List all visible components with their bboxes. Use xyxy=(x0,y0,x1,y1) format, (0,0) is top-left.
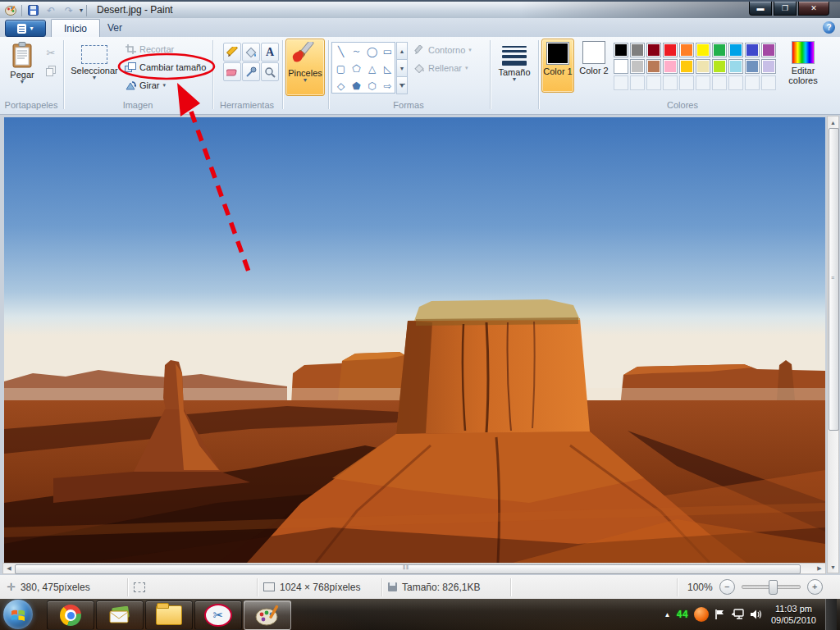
show-desktop-button[interactable] xyxy=(825,599,837,630)
palette-swatch[interactable] xyxy=(630,43,645,57)
shape-triangle-icon[interactable]: △ xyxy=(364,60,380,77)
taskbar-paint-button[interactable] xyxy=(244,600,291,630)
shape-oval-icon[interactable]: ◯ xyxy=(364,43,380,60)
palette-empty-slot[interactable] xyxy=(712,75,727,90)
minimize-button[interactable]: ▬ xyxy=(749,2,772,16)
horizontal-scrollbar[interactable]: ◀ ⦀⦀ ▶ xyxy=(2,563,826,574)
palette-empty-slot[interactable] xyxy=(728,75,743,90)
crop-button[interactable]: Recortar xyxy=(126,44,174,54)
color2-button[interactable]: Color 2 xyxy=(578,39,610,93)
palette-swatch[interactable] xyxy=(761,43,776,57)
shape-diamond-icon[interactable]: ◇ xyxy=(333,77,349,94)
edit-colors-button[interactable]: Editar colores xyxy=(781,39,825,94)
shape-right-triangle-icon[interactable]: ◺ xyxy=(380,60,395,77)
taskbar-chrome-button[interactable] xyxy=(47,600,94,630)
shape-rounded-rectangle-icon[interactable]: ▢ xyxy=(333,60,349,77)
palette-swatch[interactable] xyxy=(712,59,727,74)
show-hidden-icons-button[interactable]: ▲ xyxy=(664,611,671,619)
palette-swatch[interactable] xyxy=(728,59,743,74)
palette-swatch[interactable] xyxy=(761,59,776,74)
save-button[interactable] xyxy=(25,4,40,17)
palette-swatch[interactable] xyxy=(663,59,678,74)
vertical-scroll-thumb[interactable]: ≡ xyxy=(829,128,839,431)
magnifier-tool-button[interactable] xyxy=(261,62,279,81)
redo-button[interactable]: ↷ xyxy=(62,4,76,17)
color1-button[interactable]: Color 1 xyxy=(541,39,574,93)
palette-swatch[interactable] xyxy=(630,59,645,74)
palette-swatch[interactable] xyxy=(696,43,710,57)
qat-customize-chevron[interactable]: ▾ xyxy=(80,7,83,14)
resize-button[interactable]: Cambiar tamaño xyxy=(125,62,206,72)
eraser-tool-button[interactable] xyxy=(223,62,241,81)
palette-swatch[interactable] xyxy=(646,59,661,74)
taskbar-mail-button[interactable] xyxy=(96,600,144,630)
taskbar-snipping-tool-button[interactable]: ✂ xyxy=(194,600,242,630)
outline-button[interactable]: Contorno ▾ xyxy=(414,45,472,55)
shapes-scroll-down-icon[interactable]: ▼ xyxy=(396,59,408,77)
undo-button[interactable]: ↶ xyxy=(43,4,58,17)
palette-empty-slot[interactable] xyxy=(646,75,661,90)
drawing-canvas[interactable] xyxy=(4,117,825,563)
shape-pentagon-icon[interactable]: ⬟ xyxy=(349,77,364,94)
copy-button[interactable] xyxy=(41,62,61,80)
palette-swatch[interactable] xyxy=(728,43,743,57)
shape-hexagon-icon[interactable]: ⬡ xyxy=(364,77,380,94)
palette-swatch[interactable] xyxy=(712,43,727,57)
text-tool-button[interactable]: A xyxy=(261,43,279,62)
action-center-flag-icon[interactable] xyxy=(714,609,725,620)
paste-button[interactable]: Pegar ▼ xyxy=(4,39,40,98)
rotate-button[interactable]: Girar ▾ xyxy=(126,80,166,90)
horizontal-scroll-thumb[interactable]: ⦀⦀ xyxy=(15,564,801,574)
palette-swatch[interactable] xyxy=(696,59,710,74)
palette-empty-slot[interactable] xyxy=(679,75,694,90)
palette-swatch[interactable] xyxy=(614,43,628,57)
zoom-in-button[interactable]: + xyxy=(807,579,823,595)
shape-arrow-icon[interactable]: ⇨ xyxy=(380,77,395,94)
palette-empty-slot[interactable] xyxy=(696,75,710,90)
scroll-down-icon[interactable]: ▼ xyxy=(828,562,838,572)
palette-empty-slot[interactable] xyxy=(663,75,678,90)
tab-ver[interactable]: Ver xyxy=(95,19,135,37)
zoom-slider[interactable] xyxy=(742,585,801,589)
palette-swatch[interactable] xyxy=(679,59,694,74)
palette-empty-slot[interactable] xyxy=(630,75,645,90)
antivirus-tray-icon[interactable] xyxy=(694,607,709,622)
taskbar-explorer-button[interactable] xyxy=(145,600,193,630)
size-button[interactable]: Tamaño ▼ xyxy=(494,39,535,96)
fill-shape-button[interactable]: Rellenar ▾ xyxy=(414,63,468,73)
palette-swatch[interactable] xyxy=(745,43,760,57)
palette-swatch[interactable] xyxy=(745,59,760,74)
palette-swatch[interactable] xyxy=(614,59,628,74)
zoom-out-button[interactable]: − xyxy=(719,579,735,595)
scroll-left-icon[interactable]: ◀ xyxy=(4,564,14,573)
tab-inicio[interactable]: Inicio xyxy=(51,19,100,38)
shape-line-icon[interactable]: ╲ xyxy=(333,43,349,60)
help-icon[interactable]: ? xyxy=(823,21,835,34)
taskbar-clock[interactable]: 11:03 pm 09/05/2010 xyxy=(771,603,816,626)
shapes-scroll-up-icon[interactable]: ▲ xyxy=(396,42,408,60)
vertical-scrollbar[interactable]: ▲ ≡ ▼ xyxy=(827,116,839,573)
brushes-button[interactable]: Pinceles ▼ xyxy=(285,39,325,96)
scroll-up-icon[interactable]: ▲ xyxy=(828,117,838,127)
restore-button[interactable]: ❐ xyxy=(774,2,797,16)
shape-curve-icon[interactable]: ～ xyxy=(349,43,364,60)
scroll-right-icon[interactable]: ▶ xyxy=(815,564,824,573)
shape-polygon-icon[interactable]: ⬠ xyxy=(349,60,364,77)
palette-swatch[interactable] xyxy=(679,43,694,57)
shapes-more-icon[interactable]: ▼ xyxy=(396,76,408,94)
palette-swatch[interactable] xyxy=(646,43,661,57)
palette-swatch[interactable] xyxy=(663,43,678,57)
zoom-slider-thumb[interactable] xyxy=(769,580,778,595)
fill-tool-button[interactable] xyxy=(242,43,260,62)
pencil-tool-button[interactable] xyxy=(223,43,241,62)
volume-tray-icon[interactable] xyxy=(750,609,762,620)
palette-empty-slot[interactable] xyxy=(614,75,628,90)
application-menu-button[interactable]: ▾ xyxy=(5,20,46,37)
start-button[interactable] xyxy=(3,600,33,629)
shape-rectangle-icon[interactable]: ▭ xyxy=(380,43,395,60)
palette-empty-slot[interactable] xyxy=(745,75,760,90)
color-picker-tool-button[interactable] xyxy=(242,62,260,81)
select-button[interactable]: Seleccionar ▼ xyxy=(69,39,120,98)
close-button[interactable]: ✕ xyxy=(798,2,829,16)
cut-button[interactable]: ✂ xyxy=(41,43,61,62)
